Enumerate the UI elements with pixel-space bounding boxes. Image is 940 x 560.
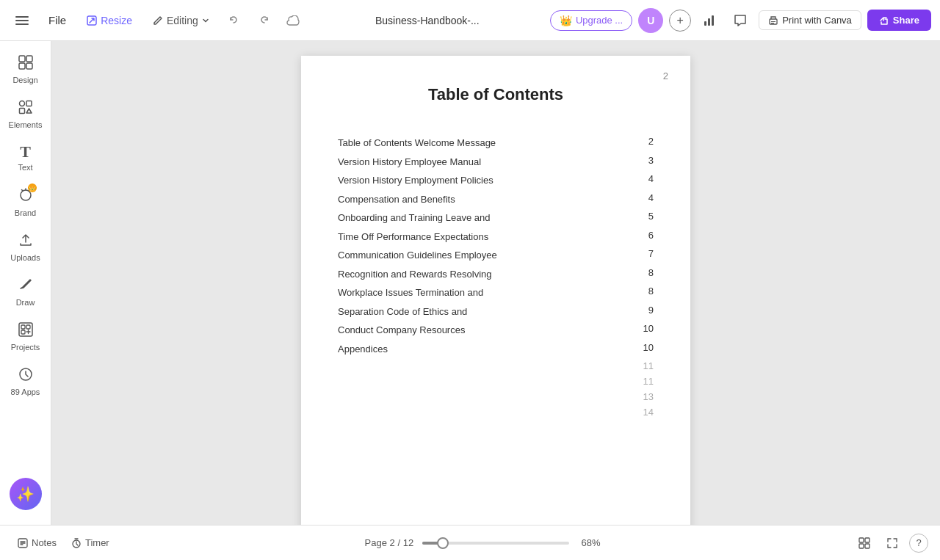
text-label: Text	[18, 163, 32, 172]
upgrade-button[interactable]: 👑 Upgrade ...	[550, 10, 632, 31]
toc-entry-text: Version History Employee Manual	[338, 153, 634, 172]
toc-entry-text: Version History Employment Policies	[338, 171, 634, 190]
sidebar-item-uploads[interactable]: Uploads	[2, 226, 49, 268]
page-number-top: 2	[663, 70, 668, 81]
table-row: Separation Code of Ethics and9	[338, 302, 654, 321]
toc-entry-page: 4	[634, 171, 654, 190]
svg-rect-25	[859, 538, 864, 542]
hamburger-menu-button[interactable]	[9, 7, 35, 34]
svg-rect-15	[26, 101, 32, 106]
svg-rect-13	[26, 63, 32, 69]
svg-rect-4	[704, 21, 706, 26]
document-page: 2 Table of Contents Table of Contents We…	[301, 56, 690, 525]
design-icon	[18, 54, 34, 73]
sidebar-item-design[interactable]: Design	[2, 48, 49, 90]
table-row: Workplace Issues Termination and8	[338, 283, 654, 302]
timer-button[interactable]: Timer	[65, 534, 115, 551]
toolbar-center: Business-Handbook-...	[311, 11, 544, 30]
page-slider[interactable]	[422, 542, 569, 545]
draw-label: Draw	[16, 298, 35, 307]
toc-entry-page: 8	[634, 265, 654, 284]
analytics-button[interactable]	[697, 8, 722, 33]
toc-extra-page: 13	[634, 389, 654, 404]
comments-button[interactable]	[728, 8, 753, 33]
svg-point-17	[21, 190, 31, 200]
toc-entry-text: Compensation and Benefits	[338, 190, 634, 209]
sidebar-item-text[interactable]: T Text	[2, 138, 49, 178]
toc-entry-page: 5	[634, 208, 654, 228]
add-collaborator-button[interactable]: +	[669, 10, 691, 32]
notes-button[interactable]: Notes	[12, 534, 62, 551]
toc-entry-page: 6	[634, 228, 654, 247]
toolbar-left: File Resize Editing	[9, 7, 305, 34]
svg-rect-9	[771, 23, 774, 23]
svg-rect-20	[26, 325, 30, 329]
document-heading: Table of Contents	[338, 85, 654, 104]
toc-entry-text: Time Off Performance Expectations	[338, 228, 634, 247]
toc-entry-empty	[338, 358, 634, 374]
cloud-save-button[interactable]	[281, 9, 305, 32]
brand-icon-wrap: 👑	[18, 186, 34, 206]
toc-entry-page: 10	[634, 340, 654, 359]
draw-icon	[18, 277, 34, 295]
svg-rect-0	[15, 16, 29, 18]
table-row: Recognition and Rewards Resolving8	[338, 265, 654, 284]
fullscreen-button[interactable]	[881, 532, 903, 554]
sidebar-item-draw[interactable]: Draw	[2, 271, 49, 313]
toc-entry-page: 9	[634, 302, 654, 321]
bottom-right: ?	[853, 532, 928, 554]
toc-entry-text: Table of Contents Welcome Message	[338, 134, 634, 153]
sidebar-item-brand[interactable]: 👑 Brand	[2, 181, 49, 223]
editing-mode-button[interactable]: Editing	[145, 10, 217, 31]
toc-entry-text: Separation Code of Ethics and	[338, 302, 634, 321]
page-info: Page 2 / 12	[365, 537, 414, 548]
sidebar-item-apps[interactable]: 89 Apps	[2, 360, 49, 402]
help-button[interactable]: ?	[909, 534, 928, 553]
undo-button[interactable]	[223, 9, 246, 32]
sidebar-item-elements[interactable]: Elements	[2, 93, 49, 135]
svg-rect-10	[19, 56, 25, 62]
table-row: 11	[338, 358, 654, 374]
table-row: 13	[338, 389, 654, 404]
table-row: Version History Employee Manual3	[338, 153, 654, 172]
resize-button[interactable]: Resize	[79, 10, 140, 31]
svg-rect-16	[19, 109, 24, 114]
svg-rect-1	[15, 20, 29, 21]
apps-icon	[18, 366, 34, 385]
redo-button[interactable]	[252, 9, 275, 32]
toc-entry-text: Appendices	[338, 340, 634, 359]
magic-ai-button[interactable]: ✨	[10, 478, 42, 510]
bottom-left: Notes Timer	[12, 534, 115, 551]
share-button[interactable]: Share	[867, 10, 931, 31]
toc-entry-empty	[338, 374, 634, 389]
timer-label: Timer	[85, 537, 109, 548]
table-row: Onboarding and Training Leave and5	[338, 208, 654, 228]
user-avatar[interactable]: U	[638, 8, 663, 33]
file-menu-button[interactable]: File	[41, 10, 73, 31]
svg-point-14	[19, 101, 24, 106]
grid-view-button[interactable]	[853, 532, 875, 554]
toc-entry-page: 3	[634, 153, 654, 172]
toc-entry-page: 2	[634, 134, 654, 153]
table-row: Table of Contents Welcome Message2	[338, 134, 654, 153]
toc-entry-page: 10	[634, 321, 654, 340]
toc-entry-empty	[338, 404, 634, 420]
sidebar-item-projects[interactable]: Projects	[2, 316, 49, 357]
brand-crown-badge: 👑	[28, 183, 37, 192]
projects-icon	[18, 321, 34, 340]
table-row: Conduct Company Resources10	[338, 321, 654, 340]
svg-rect-12	[19, 63, 25, 69]
svg-rect-18	[19, 323, 32, 336]
document-title[interactable]: Business-Handbook-...	[368, 11, 487, 30]
table-row: 11	[338, 374, 654, 389]
toc-extra-page: 11	[634, 374, 654, 389]
toc-entry-empty	[338, 389, 634, 404]
print-button[interactable]: Print with Canva	[759, 10, 861, 30]
uploads-label: Uploads	[10, 253, 40, 262]
left-sidebar: Design Elements T Text	[0, 41, 51, 525]
toc-entry-text: Workplace Issues Termination and	[338, 283, 634, 302]
design-label: Design	[12, 76, 37, 84]
text-icon: T	[20, 144, 31, 160]
canvas-area[interactable]: 2 Table of Contents Table of Contents We…	[51, 41, 940, 525]
bottom-center: Page 2 / 12 68%	[127, 537, 842, 548]
